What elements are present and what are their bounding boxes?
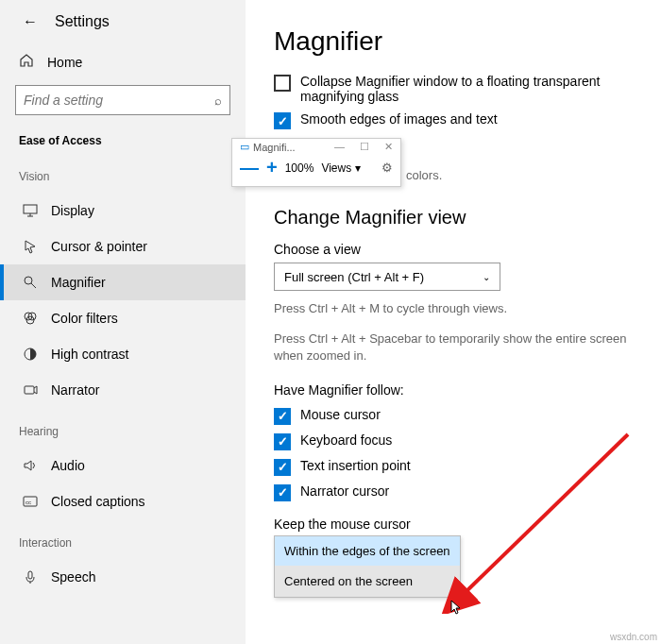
sidebar-item-magnifier[interactable]: Magnifier [0, 264, 246, 300]
magnifier-icon [23, 275, 38, 290]
view-dropdown[interactable]: Full screen (Ctrl + Alt + F) ⌄ [274, 263, 500, 291]
magnifier-app-icon: ▭ [240, 141, 249, 153]
home-nav[interactable]: Home [0, 43, 246, 85]
sidebar-item-label: Display [51, 203, 94, 218]
checkbox-icon[interactable]: ✓ [274, 484, 291, 501]
cursor-icon [23, 239, 38, 254]
minimize-icon[interactable]: — [334, 141, 345, 153]
checkbox-label: Smooth edges of images and text [300, 111, 498, 127]
sidebar: ← Settings Home ⌕ Ease of Access Vision … [0, 0, 246, 644]
sidebar-item-label: Audio [51, 458, 85, 473]
nav-list-hearing: Audio cc Closed captions [0, 448, 246, 519]
sidebar-item-label: Color filters [51, 311, 118, 326]
checkbox-label: Narrator cursor [300, 483, 389, 499]
keep-cursor-label: Keep the mouse cursor [274, 517, 636, 532]
watermark: wsxdn.com [610, 632, 657, 642]
sidebar-item-closed-captions[interactable]: cc Closed captions [0, 483, 246, 519]
sidebar-item-label: Speech [51, 569, 95, 585]
checkbox-label: Text insertion point [300, 458, 411, 473]
checkbox-label: Keyboard focus [300, 432, 392, 448]
home-label: Home [47, 55, 82, 70]
svg-point-1 [25, 277, 32, 284]
nav-list-vision: Display Cursor & pointer Magnifier Color… [0, 193, 246, 408]
dropdown-option-centered[interactable]: Centered on the screen [275, 567, 460, 597]
search-box[interactable]: ⌕ [15, 85, 230, 115]
sidebar-item-label: Cursor & pointer [51, 239, 147, 254]
chevron-down-icon: ⌄ [483, 272, 490, 282]
checkbox-icon[interactable]: ✓ [274, 408, 291, 425]
sidebar-item-narrator[interactable]: Narrator [0, 372, 246, 408]
change-view-heading: Change Magnifier view [274, 207, 636, 229]
sidebar-item-display[interactable]: Display [0, 193, 246, 229]
sidebar-item-color-filters[interactable]: Color filters [0, 300, 246, 336]
svg-text:cc: cc [25, 500, 31, 505]
home-icon [19, 53, 34, 72]
checkbox-icon[interactable]: ✓ [274, 112, 291, 129]
section-ease-of-access: Ease of Access [0, 128, 246, 153]
sidebar-item-speech[interactable]: Speech [0, 559, 246, 595]
checkbox-text-insertion[interactable]: ✓ Text insertion point [274, 458, 636, 476]
hint-spacebar: Press Ctrl + Alt + Spacebar to temporari… [274, 330, 636, 364]
page-title: Magnifier [274, 26, 636, 57]
checkbox-label: Mouse cursor [300, 407, 381, 422]
views-dropdown[interactable]: Views ▾ [321, 161, 360, 175]
choose-view-label: Choose a view [274, 242, 636, 257]
checkbox-collapse-window[interactable]: Collapse Magnifier window to a floating … [274, 74, 636, 104]
search-icon[interactable]: ⌕ [214, 93, 222, 108]
main-content: Magnifier Collapse Magnifier window to a… [246, 0, 661, 644]
sidebar-item-label: High contrast [51, 347, 128, 362]
header-bar: ← Settings [0, 9, 246, 43]
zoom-in-button[interactable]: + [266, 157, 278, 178]
sidebar-item-cursor-pointer[interactable]: Cursor & pointer [0, 229, 246, 264]
checkbox-mouse-cursor[interactable]: ✓ Mouse cursor [274, 407, 636, 425]
search-input[interactable] [24, 93, 214, 108]
color-filters-icon [23, 311, 38, 326]
sidebar-item-audio[interactable]: Audio [0, 448, 246, 483]
cc-icon: cc [23, 494, 38, 509]
checkbox-narrator-cursor[interactable]: ✓ Narrator cursor [274, 483, 636, 501]
close-icon[interactable]: ✕ [384, 141, 393, 153]
display-icon [23, 203, 38, 218]
checkbox-smooth-edges[interactable]: ✓ Smooth edges of images and text [274, 111, 636, 129]
follow-label: Have Magnifier follow: [274, 382, 636, 398]
zoom-out-button[interactable]: — [240, 157, 259, 178]
svg-rect-6 [25, 386, 34, 394]
section-interaction: Interaction [0, 519, 246, 559]
checkbox-label: Collapse Magnifier window to a floating … [300, 74, 636, 104]
sidebar-item-label: Magnifier [51, 275, 106, 290]
magnifier-toolbar-body: — + 100% Views ▾ ⚙ [232, 155, 400, 180]
section-hearing: Hearing [0, 408, 246, 448]
dropdown-option-within-edges[interactable]: Within the edges of the screen [275, 536, 460, 567]
svg-rect-0 [24, 205, 37, 213]
checkbox-icon[interactable]: ✓ [274, 459, 291, 476]
back-icon[interactable]: ← [23, 13, 38, 30]
sidebar-item-label: Closed captions [51, 494, 145, 509]
svg-rect-9 [28, 571, 32, 579]
checkbox-icon[interactable]: ✓ [274, 433, 291, 450]
audio-icon [23, 458, 38, 473]
magnifier-toolbar-window[interactable]: ▭ Magnifi... — ☐ ✕ — + 100% Views ▾ ⚙ [231, 138, 401, 187]
dropdown-value: Full screen (Ctrl + Alt + F) [284, 270, 424, 284]
speech-icon [23, 569, 38, 585]
maximize-icon[interactable]: ☐ [360, 141, 369, 153]
section-vision: Vision [0, 153, 246, 193]
zoom-level: 100% [285, 161, 314, 175]
mouse-cursor-icon [450, 600, 464, 618]
nav-list-interaction: Speech [0, 559, 246, 595]
gear-icon[interactable]: ⚙ [381, 161, 393, 175]
high-contrast-icon [23, 347, 38, 362]
checkbox-icon[interactable] [274, 75, 291, 92]
magnifier-window-title: Magnifi... [253, 142, 296, 153]
sidebar-item-label: Narrator [51, 382, 99, 398]
magnifier-titlebar[interactable]: ▭ Magnifi... — ☐ ✕ [232, 139, 400, 155]
keep-cursor-dropdown-open[interactable]: Within the edges of the screen Centered … [274, 535, 461, 598]
colors-text-fragment: colors. [406, 168, 442, 182]
sidebar-item-high-contrast[interactable]: High contrast [0, 336, 246, 372]
settings-label: Settings [55, 13, 110, 30]
hint-cycle: Press Ctrl + Alt + M to cycle through vi… [274, 300, 636, 317]
narrator-icon [23, 382, 38, 398]
checkbox-keyboard-focus[interactable]: ✓ Keyboard focus [274, 432, 636, 450]
